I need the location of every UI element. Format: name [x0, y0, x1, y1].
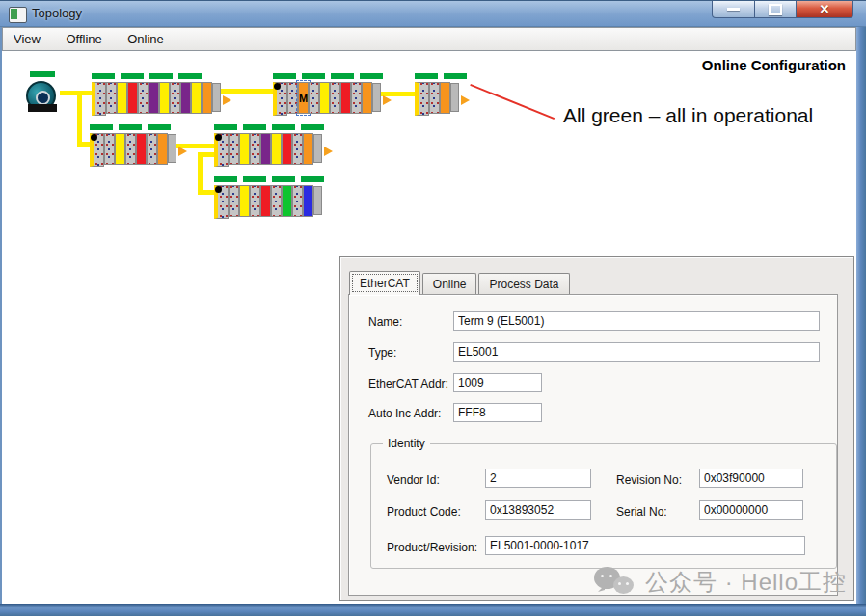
menu-item-view[interactable]: View [3, 28, 51, 52]
ethercat-device-group[interactable] [92, 73, 221, 116]
product-code-input[interactable] [485, 500, 591, 520]
terminal-block[interactable] [429, 82, 440, 114]
bus-coupler[interactable] [90, 133, 104, 167]
window-border-bottom[interactable] [0, 604, 866, 616]
bus-coupler[interactable] [92, 82, 106, 116]
product-revision-input[interactable] [485, 536, 805, 555]
terminal-block[interactable]: M [298, 82, 309, 114]
ethercat-cable [77, 93, 82, 145]
end-cap[interactable] [372, 83, 381, 112]
port-dot-icon [91, 134, 97, 141]
terminal-block[interactable] [149, 82, 159, 114]
status-bars [214, 176, 324, 182]
terminal-block[interactable] [292, 185, 303, 217]
ethercat-device-group[interactable] [214, 124, 324, 167]
terminal-block[interactable] [362, 82, 372, 114]
ethercat-cable [198, 152, 203, 195]
type-input[interactable] [453, 342, 820, 362]
tab-process-data[interactable]: Process Data [478, 273, 569, 294]
terminal-block[interactable] [147, 133, 157, 165]
window-titlebar: Topology ✕ [0, 0, 866, 27]
terminal-block[interactable] [229, 185, 239, 217]
ebus-arrow-icon [383, 95, 392, 105]
maximize-button[interactable] [755, 1, 797, 18]
window-title: Topology [32, 6, 82, 20]
terminal-block[interactable] [138, 82, 149, 114]
terminal-block[interactable] [127, 82, 138, 114]
auto-inc-addr-input[interactable] [453, 403, 542, 422]
online-configuration-label: Online Configuration [702, 57, 846, 73]
end-cap[interactable] [313, 134, 322, 163]
terminal-block[interactable] [282, 185, 292, 217]
serial-no-input[interactable] [699, 500, 803, 520]
terminal-block[interactable] [229, 133, 239, 165]
terminal-block[interactable] [159, 82, 170, 114]
tab-online[interactable]: Online [422, 273, 477, 294]
terminal-block[interactable] [106, 82, 117, 114]
terminal-block[interactable] [351, 82, 362, 114]
terminal-block[interactable] [170, 82, 180, 114]
ethercat-device-group[interactable] [214, 176, 324, 219]
window-controls: ✕ [712, 1, 853, 18]
terminal-row [415, 82, 467, 116]
terminal-block[interactable] [271, 133, 282, 165]
terminal-block[interactable] [303, 133, 313, 165]
terminal-block[interactable] [157, 133, 168, 165]
ethercat-addr-input[interactable] [453, 373, 542, 392]
status-bars [90, 124, 176, 130]
terminal-block[interactable] [440, 82, 450, 114]
vendor-id-input[interactable] [485, 469, 591, 488]
window-border-right[interactable] [856, 27, 866, 616]
ethercat-master-icon[interactable] [25, 71, 64, 116]
end-cap[interactable] [450, 83, 459, 112]
terminal-block[interactable] [319, 82, 330, 114]
ethercat-cable [77, 142, 91, 147]
status-green-bar [444, 73, 467, 79]
bus-coupler[interactable] [273, 82, 287, 116]
terminal-block[interactable] [309, 82, 319, 114]
terminal-block[interactable] [239, 133, 250, 165]
end-cap[interactable] [313, 186, 322, 215]
terminal-block[interactable] [191, 82, 202, 114]
end-cap[interactable] [212, 83, 221, 112]
bus-coupler[interactable] [214, 133, 229, 167]
terminal-block[interactable] [117, 82, 127, 114]
minimize-button[interactable] [712, 1, 755, 18]
status-green-bar [360, 73, 383, 79]
terminal-block[interactable] [330, 82, 340, 114]
terminal-block[interactable] [250, 185, 260, 217]
terminal-block[interactable] [271, 185, 282, 217]
auto-inc-addr-label: Auto Inc Addr: [368, 407, 441, 420]
bus-coupler[interactable] [415, 82, 429, 116]
type-label: Type: [368, 346, 396, 360]
terminal-block[interactable] [292, 133, 303, 165]
terminal-block[interactable] [125, 133, 136, 165]
terminal-block[interactable] [115, 133, 125, 165]
ethercat-device-group[interactable]: M [273, 73, 383, 116]
terminal-block[interactable] [260, 185, 271, 217]
ethercat-device-group[interactable] [90, 124, 176, 167]
close-button[interactable]: ✕ [797, 1, 853, 18]
terminal-block[interactable] [104, 133, 115, 165]
end-cap[interactable] [168, 134, 176, 163]
ethercat-cable [198, 190, 215, 195]
menu-item-online[interactable]: Online [117, 28, 175, 52]
terminal-block[interactable] [260, 133, 271, 165]
terminal-block[interactable] [282, 133, 292, 165]
terminal-block[interactable] [239, 185, 250, 217]
menu-item-offline[interactable]: Offline [55, 28, 112, 52]
terminal-block[interactable] [180, 82, 191, 114]
terminal-block[interactable] [202, 82, 212, 114]
close-icon: ✕ [820, 3, 830, 15]
name-input[interactable] [453, 311, 820, 331]
status-green-bar [331, 73, 354, 79]
ethercat-device-group[interactable] [415, 73, 467, 116]
terminal-block[interactable] [303, 185, 313, 217]
bus-coupler[interactable] [214, 185, 229, 219]
revision-no-input[interactable] [699, 469, 803, 488]
tab-ethercat[interactable]: EtherCAT [349, 271, 420, 295]
terminal-block[interactable] [250, 133, 260, 165]
terminal-block[interactable] [340, 82, 351, 114]
terminal-block[interactable] [136, 133, 147, 165]
terminal-block[interactable] [287, 82, 298, 114]
